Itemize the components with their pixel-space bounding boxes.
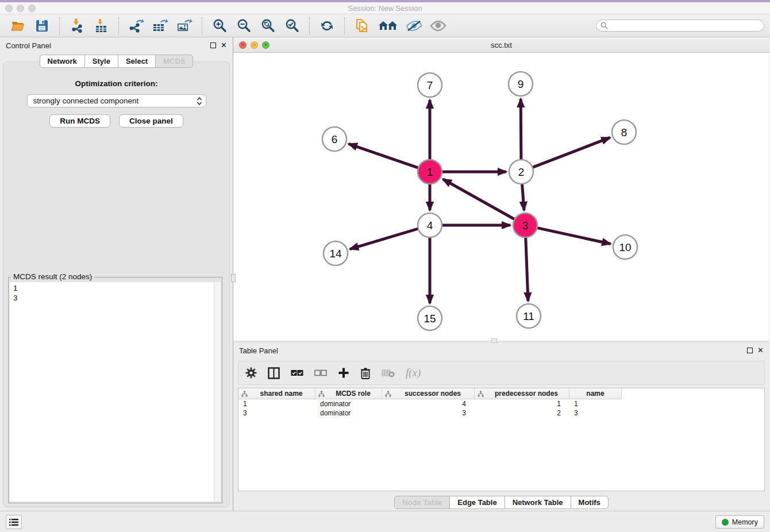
svg-text:1: 1 xyxy=(427,166,433,178)
task-history-button[interactable] xyxy=(6,515,22,529)
cell-shared-name[interactable]: 1 xyxy=(238,399,315,408)
float-panel-icon[interactable] xyxy=(210,43,216,48)
memory-button[interactable]: Memory xyxy=(715,515,764,529)
column-header-successor-nodes[interactable]: successor nodes xyxy=(382,388,475,399)
delete-row-icon[interactable] xyxy=(360,367,371,379)
cell-MCDS-role[interactable]: dominator xyxy=(315,399,382,408)
edge-2-9[interactable] xyxy=(521,99,521,161)
cell-name[interactable]: 1 xyxy=(569,399,622,408)
network-minimize-button[interactable]: − xyxy=(251,41,258,49)
column-icon[interactable] xyxy=(268,367,280,379)
tab-select[interactable]: Select xyxy=(118,55,156,68)
window-minimize-button[interactable] xyxy=(17,5,24,12)
node-15[interactable]: 15 xyxy=(418,306,442,330)
window-close-button[interactable] xyxy=(5,5,13,12)
cell-shared-name[interactable]: 3 xyxy=(238,408,315,418)
unselect-all-icon[interactable] xyxy=(314,369,327,377)
node-9[interactable]: 9 xyxy=(509,72,533,96)
column-header-MCDS-role[interactable]: MCDS role xyxy=(315,388,382,399)
select-all-icon[interactable] xyxy=(291,369,303,377)
edge-4-14[interactable] xyxy=(350,228,419,249)
close-panel-button[interactable]: Close panel xyxy=(119,114,183,128)
edge-3-11[interactable] xyxy=(526,236,528,301)
tab-style[interactable]: Style xyxy=(84,55,118,68)
panel-splitter-handle[interactable] xyxy=(231,274,236,282)
network-view-titlebar: ✕ − + scc.txt xyxy=(233,37,769,53)
tab-mcds[interactable]: MCDS xyxy=(155,55,193,68)
refresh-icon[interactable] xyxy=(318,17,336,34)
hide-panel-icon[interactable] xyxy=(405,17,422,34)
column-header-name[interactable]: name xyxy=(569,388,622,399)
save-session-icon[interactable] xyxy=(33,17,51,34)
cell-MCDS-role[interactable]: dominator xyxy=(315,408,382,418)
gear-icon[interactable] xyxy=(245,367,257,379)
mcds-result-area[interactable]: 1 3 xyxy=(10,282,221,502)
control-panel-titlebar: Control Panel ✕ xyxy=(0,37,233,53)
node-6[interactable]: 6 xyxy=(322,127,346,151)
add-row-icon[interactable] xyxy=(338,367,349,379)
cell-successor-nodes[interactable]: 3 xyxy=(382,408,475,418)
node-7[interactable]: 7 xyxy=(418,73,442,97)
export-table-icon[interactable] xyxy=(152,17,169,34)
table-body: 1dominator4113dominator323 xyxy=(238,399,764,418)
tab-edge-table[interactable]: Edge Table xyxy=(449,496,505,509)
cell-name[interactable]: 3 xyxy=(569,408,622,418)
duplicate-network-icon[interactable] xyxy=(353,17,371,34)
criterion-select[interactable]: strongly connected component xyxy=(27,94,206,107)
criterion-select-value: strongly connected component xyxy=(33,97,195,105)
export-network-icon[interactable] xyxy=(128,17,145,34)
close-table-panel-icon[interactable]: ✕ xyxy=(757,348,764,353)
edge-3-10[interactable] xyxy=(536,228,611,244)
node-11[interactable]: 11 xyxy=(517,304,541,328)
tab-motifs[interactable]: Motifs xyxy=(571,496,609,509)
run-mcds-button[interactable]: Run MCDS xyxy=(49,114,110,128)
node-8[interactable]: 8 xyxy=(612,120,636,144)
toolbar-separator xyxy=(344,17,345,34)
svg-text:9: 9 xyxy=(518,78,524,90)
node-3[interactable]: 3 xyxy=(513,213,537,237)
edge-2-3[interactable] xyxy=(522,183,524,210)
cell-predecessor-nodes[interactable]: 2 xyxy=(475,408,569,418)
home-view-icon[interactable] xyxy=(378,17,398,34)
node-2[interactable]: 2 xyxy=(509,160,533,184)
float-table-panel-icon[interactable] xyxy=(747,348,753,353)
cell-predecessor-nodes[interactable]: 1 xyxy=(475,399,569,408)
import-table-icon[interactable] xyxy=(93,17,110,34)
delete-table-icon[interactable] xyxy=(382,368,395,377)
network-zoom-button[interactable]: + xyxy=(262,41,270,49)
column-header-predecessor-nodes[interactable]: predecessor nodes xyxy=(475,388,569,399)
horizontal-splitter-handle[interactable] xyxy=(491,338,497,343)
function-builder-icon[interactable]: f(x) xyxy=(406,367,421,379)
node-1[interactable]: 1 xyxy=(418,160,442,184)
node-10[interactable]: 10 xyxy=(613,235,637,259)
horizontal-splitter[interactable] xyxy=(233,341,769,342)
node-4[interactable]: 4 xyxy=(418,213,442,237)
table-row[interactable]: 1dominator411 xyxy=(238,399,764,408)
network-canvas[interactable]: 7 9 6 8 1 2 4 3 14 10 15 11 xyxy=(233,53,769,341)
column-header-shared-name[interactable]: shared name xyxy=(238,388,315,399)
zoom-out-icon[interactable] xyxy=(235,17,252,34)
show-panel-icon[interactable] xyxy=(429,17,446,34)
edge-1-6[interactable] xyxy=(349,144,419,168)
table-row[interactable]: 3dominator323 xyxy=(238,408,764,418)
zoom-in-icon[interactable] xyxy=(211,17,228,34)
network-close-button[interactable]: ✕ xyxy=(239,41,247,49)
mcds-result-scrollbar[interactable] xyxy=(214,282,221,502)
node-14[interactable]: 14 xyxy=(324,241,348,265)
edge-3-1[interactable] xyxy=(443,179,516,220)
node-table[interactable]: shared nameMCDS rolesuccessor nodesprede… xyxy=(238,388,765,491)
zoom-selected-icon[interactable] xyxy=(283,17,301,34)
tab-node-table[interactable]: Node Table xyxy=(394,496,450,509)
close-panel-icon[interactable]: ✕ xyxy=(221,43,227,48)
search-input[interactable] xyxy=(596,20,764,32)
import-network-icon[interactable] xyxy=(68,17,86,34)
zoom-fit-icon[interactable] xyxy=(259,17,276,34)
open-session-icon[interactable] xyxy=(9,17,26,34)
window-zoom-button[interactable] xyxy=(28,5,36,12)
export-image-icon[interactable] xyxy=(176,17,193,34)
cell-successor-nodes[interactable]: 4 xyxy=(382,399,475,408)
svg-text:7: 7 xyxy=(427,79,433,91)
tab-network-table[interactable]: Network Table xyxy=(505,496,571,509)
tab-network[interactable]: Network xyxy=(40,55,85,68)
edge-2-8[interactable] xyxy=(532,137,610,168)
